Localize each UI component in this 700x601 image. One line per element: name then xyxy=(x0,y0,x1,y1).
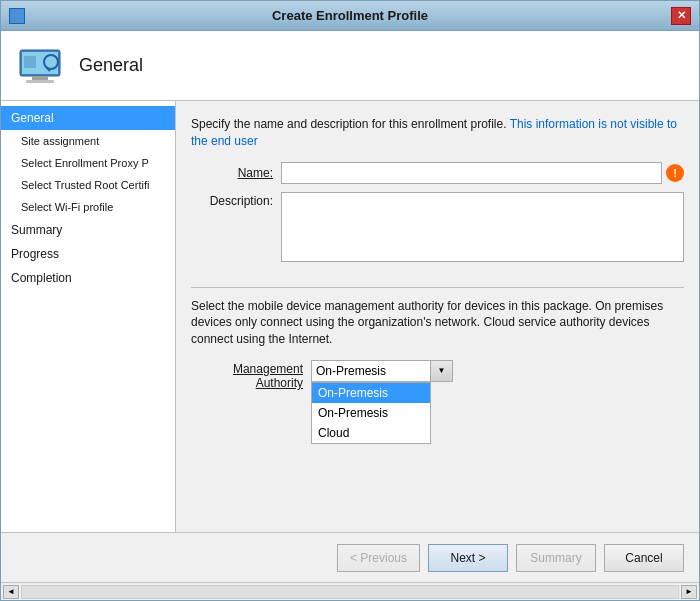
name-label: Name: xyxy=(191,166,281,180)
title-bar: Create Enrollment Profile ✕ xyxy=(1,1,699,31)
info-text-normal: Specify the name and description for thi… xyxy=(191,117,510,131)
svg-rect-4 xyxy=(24,56,36,68)
sidebar-item-summary[interactable]: Summary xyxy=(1,218,175,242)
scroll-track[interactable] xyxy=(21,585,679,599)
description-input[interactable] xyxy=(281,192,684,262)
summary-button[interactable]: Summary xyxy=(516,544,596,572)
management-authority-label: Management Authority xyxy=(191,360,311,390)
scroll-left-icon: ◄ xyxy=(7,587,15,596)
dropdown-area: On-Premesis ▼ On-Premesis On-Premesis Cl… xyxy=(311,360,453,382)
separator xyxy=(191,287,684,288)
description-label: Description: xyxy=(191,192,281,208)
footer: < Previous Next > Summary Cancel xyxy=(1,532,699,582)
close-button[interactable]: ✕ xyxy=(671,7,691,25)
computer-svg-icon xyxy=(16,42,64,90)
window-title: Create Enrollment Profile xyxy=(29,8,671,23)
header-bar: General xyxy=(1,31,699,101)
svg-rect-2 xyxy=(32,76,48,80)
header-icon xyxy=(16,42,64,90)
dropdown-list: On-Premesis On-Premesis Cloud xyxy=(311,382,431,444)
sidebar: General Site assignment Select Enrollmen… xyxy=(1,101,176,532)
main-window: Create Enrollment Profile ✕ General Gene… xyxy=(0,0,700,601)
window-icon xyxy=(9,8,25,24)
previous-button[interactable]: < Previous xyxy=(337,544,420,572)
dropdown-value: On-Premesis xyxy=(316,364,426,378)
dropdown-option-on-premesis-1[interactable]: On-Premesis xyxy=(312,383,430,403)
svg-rect-3 xyxy=(26,80,54,83)
dropdown-option-on-premesis-2[interactable]: On-Premesis xyxy=(312,403,430,423)
name-input-wrapper: ! xyxy=(281,162,684,184)
name-row: Name: ! xyxy=(191,162,684,184)
next-button[interactable]: Next > xyxy=(428,544,508,572)
dropdown-option-cloud[interactable]: Cloud xyxy=(312,423,430,443)
sidebar-item-completion[interactable]: Completion xyxy=(1,266,175,290)
cancel-button[interactable]: Cancel xyxy=(604,544,684,572)
scrollbar-area: ◄ ► xyxy=(1,582,699,600)
sidebar-item-general[interactable]: General xyxy=(1,106,175,130)
sidebar-item-trusted-root[interactable]: Select Trusted Root Certifi xyxy=(1,174,175,196)
header-title: General xyxy=(79,55,143,76)
dropdown-arrow-button[interactable]: ▼ xyxy=(431,360,453,382)
info-text: Specify the name and description for thi… xyxy=(191,116,684,150)
scroll-right-button[interactable]: ► xyxy=(681,585,697,599)
authority-info: Select the mobile device management auth… xyxy=(191,298,684,348)
dropdown-container: On-Premesis ▼ xyxy=(311,360,453,382)
sidebar-item-wifi[interactable]: Select Wi-Fi profile xyxy=(1,196,175,218)
sidebar-item-site-assignment[interactable]: Site assignment xyxy=(1,130,175,152)
scroll-left-button[interactable]: ◄ xyxy=(3,585,19,599)
content-area: Specify the name and description for thi… xyxy=(176,101,699,532)
title-bar-left-icon xyxy=(9,8,29,24)
dropdown-selected-display: On-Premesis xyxy=(311,360,431,382)
name-input[interactable] xyxy=(281,162,662,184)
main-content: General Site assignment Select Enrollmen… xyxy=(1,101,699,532)
authority-row: Management Authority On-Premesis ▼ On-Pr… xyxy=(191,360,684,390)
warning-icon: ! xyxy=(666,164,684,182)
sidebar-item-progress[interactable]: Progress xyxy=(1,242,175,266)
description-row: Description: xyxy=(191,192,684,262)
sidebar-item-enrollment-proxy[interactable]: Select Enrollment Proxy P xyxy=(1,152,175,174)
dropdown-arrow-icon: ▼ xyxy=(438,366,446,375)
scroll-right-icon: ► xyxy=(685,587,693,596)
